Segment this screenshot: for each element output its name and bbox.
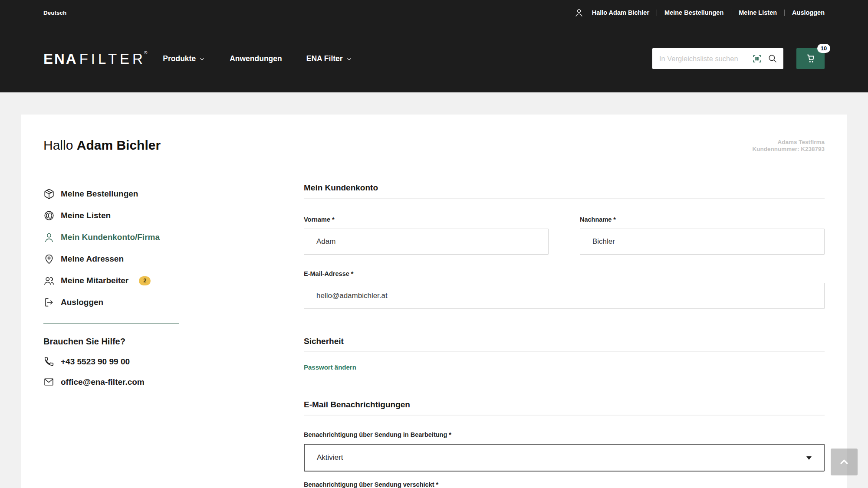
mail-icon xyxy=(43,377,54,387)
menu-logout-link[interactable]: Ausloggen xyxy=(792,9,825,16)
notifications-section: E-Mail Benachrichtigungen Benachrichtigu… xyxy=(304,400,825,488)
sidebar-item-kundenkonto[interactable]: Mein Kundenkonto/Firma xyxy=(43,226,304,248)
section-divider xyxy=(304,198,825,199)
menu-separator xyxy=(657,10,657,16)
title-row: Hallo Adam Bichler Adams Testfirma Kunde… xyxy=(43,138,825,153)
scroll-to-top-button[interactable] xyxy=(831,449,858,475)
greeting-name: Adam Bichler xyxy=(77,138,161,152)
menu-lists-link[interactable]: Meine Listen xyxy=(739,9,777,16)
chevron-down-icon xyxy=(199,56,205,62)
greeting-prefix: Hallo xyxy=(43,138,73,152)
first-name-label: Vorname * xyxy=(304,216,549,223)
brand-logo[interactable]: ENAFILTER® xyxy=(43,52,147,66)
section-title-kundenkonto: Mein Kundenkonto xyxy=(304,183,825,193)
change-password-link[interactable]: Passwort ändern xyxy=(304,364,356,371)
logo-light: FILTER xyxy=(79,52,146,66)
search-icon[interactable] xyxy=(767,53,778,64)
account-page-card: Hallo Adam Bichler Adams Testfirma Kunde… xyxy=(21,115,847,488)
nav-item-ena-filter[interactable]: ENA Filter xyxy=(306,54,352,63)
sidebar-item-label: Meine Mitarbeiter xyxy=(61,276,128,285)
menu-orders-link[interactable]: Meine Bestellungen xyxy=(664,9,723,16)
sidebar-item-bestellungen[interactable]: Meine Bestellungen xyxy=(43,183,304,205)
caret-down-icon xyxy=(806,456,812,460)
chevron-down-icon xyxy=(346,56,352,62)
barcode-scanner-icon[interactable] xyxy=(752,53,763,64)
cart-icon xyxy=(805,52,817,65)
search-input[interactable] xyxy=(659,55,752,63)
chevron-up-icon xyxy=(838,455,851,468)
section-divider xyxy=(304,415,825,416)
nav-label: ENA Filter xyxy=(306,54,343,63)
shipped-notification-label: Benachrichtigung über Sendung verschickt… xyxy=(304,481,825,488)
main-navbar: ENAFILTER® Produkte Anwendungen ENA Filt… xyxy=(43,48,825,69)
logo-bold: ENA xyxy=(43,52,78,66)
sidebar-divider xyxy=(43,323,179,324)
logo-registered-mark: ® xyxy=(144,51,147,55)
package-icon xyxy=(43,188,55,200)
help-email-address: office@ena-filter.com xyxy=(61,377,145,387)
section-divider xyxy=(304,351,825,352)
customer-number: Kundennummer: K238793 xyxy=(752,146,825,153)
help-phone[interactable]: +43 5523 90 99 00 xyxy=(43,356,304,367)
email-label: E-Mail-Adresse * xyxy=(304,270,825,277)
site-header: Deutsch Hallo Adam Bichler Meine Bestell… xyxy=(0,0,868,92)
nav-label: Produkte xyxy=(163,54,196,63)
last-name-field[interactable] xyxy=(580,229,825,255)
help-email[interactable]: office@ena-filter.com xyxy=(43,377,304,387)
users-icon xyxy=(43,275,55,286)
sidebar-item-label: Meine Adressen xyxy=(61,254,124,264)
account-form: Mein Kundenkonto Vorname * Nachname * E-… xyxy=(304,183,825,488)
language-switcher[interactable]: Deutsch xyxy=(43,10,66,16)
sidebar-item-mitarbeiter[interactable]: Meine Mitarbeiter 2 xyxy=(43,270,304,291)
email-group: E-Mail-Adresse * xyxy=(304,270,825,309)
nav-label: Anwendungen xyxy=(230,54,282,63)
user-icon xyxy=(574,8,584,17)
section-title-sicherheit: Sicherheit xyxy=(304,337,825,346)
company-name: Adams Testfirma xyxy=(752,139,825,146)
first-name-group: Vorname * xyxy=(304,216,549,255)
sidebar-item-label: Meine Bestellungen xyxy=(61,189,138,199)
phone-icon xyxy=(43,356,54,367)
employee-count-badge: 2 xyxy=(139,276,151,285)
cart-button[interactable]: 10 xyxy=(796,48,825,69)
sidebar-item-label: Mein Kundenkonto/Firma xyxy=(61,233,160,242)
compare-search xyxy=(652,48,783,69)
section-title-benachrichtigungen: E-Mail Benachrichtigungen xyxy=(304,400,825,409)
menu-separator xyxy=(784,10,785,16)
help-title: Brauchen Sie Hilfe? xyxy=(43,337,304,347)
last-name-group: Nachname * xyxy=(580,216,825,255)
tire-icon xyxy=(43,210,55,221)
sidebar-item-label: Meine Listen xyxy=(61,211,111,220)
help-phone-number: +43 5523 90 99 00 xyxy=(61,357,130,367)
sidebar-item-listen[interactable]: Meine Listen xyxy=(43,205,304,226)
email-field[interactable] xyxy=(304,283,825,309)
account-menu: Hallo Adam Bichler Meine Bestellungen Me… xyxy=(574,8,825,17)
logout-icon xyxy=(43,297,55,308)
cart-count-badge: 10 xyxy=(817,44,830,53)
first-name-field[interactable] xyxy=(304,229,549,255)
menu-separator xyxy=(731,10,731,16)
menu-greeting-link[interactable]: Hallo Adam Bichler xyxy=(592,9,649,16)
select-value: Aktiviert xyxy=(317,453,343,462)
map-pin-icon xyxy=(43,253,55,265)
user-icon xyxy=(43,232,55,243)
company-info: Adams Testfirma Kundennummer: K238793 xyxy=(752,138,825,153)
primary-nav: Produkte Anwendungen ENA Filter xyxy=(163,54,352,63)
account-sidebar: Meine Bestellungen Meine Listen Mein Kun… xyxy=(43,183,304,488)
utility-bar: Deutsch Hallo Adam Bichler Meine Bestell… xyxy=(43,7,825,19)
page-title: Hallo Adam Bichler xyxy=(43,138,161,153)
sidebar-item-adressen[interactable]: Meine Adressen xyxy=(43,248,304,270)
processing-notification-label: Benachrichtigung über Sendung in Bearbei… xyxy=(304,431,825,438)
security-section: Sicherheit Passwort ändern xyxy=(304,337,825,371)
processing-notification-select[interactable]: Aktiviert xyxy=(304,444,825,472)
nav-item-produkte[interactable]: Produkte xyxy=(163,54,205,63)
last-name-label: Nachname * xyxy=(580,216,825,223)
nav-item-anwendungen[interactable]: Anwendungen xyxy=(230,54,282,63)
sidebar-item-label: Ausloggen xyxy=(61,298,103,307)
sidebar-item-ausloggen[interactable]: Ausloggen xyxy=(43,291,304,313)
